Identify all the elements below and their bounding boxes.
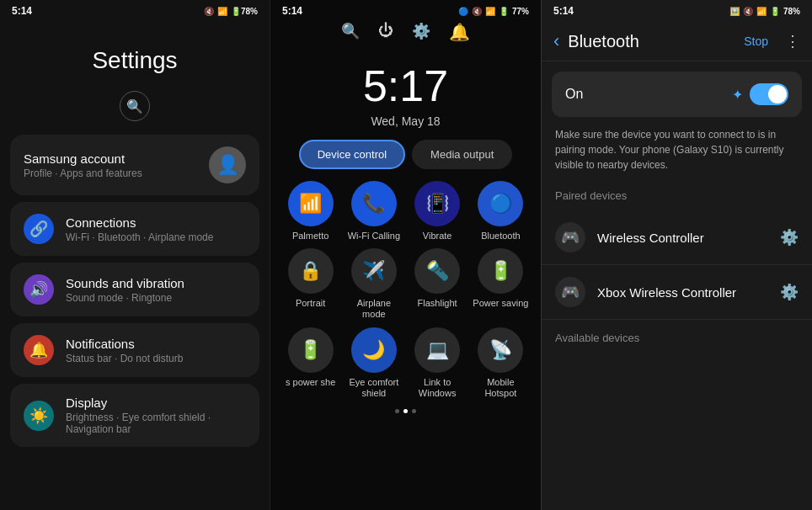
display-subtitle: Brightness · Eye comfort shield · Naviga… bbox=[66, 412, 246, 435]
settings-status-icons: 🔇 📶 🔋78% bbox=[204, 7, 258, 16]
controller-icon: 🎮 bbox=[555, 222, 585, 252]
sounds-subtitle: Sound mode · Ringtone bbox=[66, 292, 184, 304]
bt-time: 5:14 bbox=[553, 5, 574, 17]
bt-on-row: On ✦ bbox=[552, 72, 802, 117]
quick-settings-panel: 5:14 🔵 🔇 📶 🔋 77% 🔍 ⏻ ⚙️ 🔔 5:17 Wed, May … bbox=[270, 0, 541, 510]
settings-time: 5:14 bbox=[12, 5, 32, 17]
back-button[interactable]: ‹ bbox=[553, 30, 559, 52]
wireless-controller-name: Wireless Controller bbox=[597, 231, 780, 245]
search-button[interactable]: 🔍 bbox=[120, 91, 150, 121]
stop-button[interactable]: Stop bbox=[744, 35, 768, 48]
settings-title: Settings bbox=[0, 22, 270, 91]
qs-status-icons: 🔵 🔇 📶 🔋 77% bbox=[458, 7, 529, 16]
qs-tile-power-saving[interactable]: 🔋 Power saving bbox=[473, 248, 529, 320]
notifications-icon: 🔔 bbox=[24, 335, 54, 365]
qs-battery-icon: 🔋 bbox=[499, 7, 509, 16]
settings-panel: 5:14 🔇 📶 🔋78% Settings 🔍 Samsung account… bbox=[0, 0, 270, 510]
account-title: Samsung account bbox=[24, 151, 142, 166]
qs-settings-icon[interactable]: ⚙️ bbox=[412, 22, 430, 42]
battery-saver-icon: 🔋 bbox=[288, 327, 334, 373]
wifi-calling-label: Wi-Fi Calling bbox=[348, 231, 400, 242]
bluetooth-toggle[interactable] bbox=[750, 83, 788, 105]
portrait-icon: 🔒 bbox=[288, 248, 334, 294]
dot-2 bbox=[403, 409, 408, 413]
bluetooth-icon: 🔵 bbox=[478, 181, 523, 226]
bt-info-text: Make sure the device you want to connect… bbox=[542, 127, 812, 184]
account-subtitle: Profile · Apps and features bbox=[24, 167, 142, 179]
display-icon: ☀️ bbox=[24, 401, 54, 431]
bt-status-icons: 🖼️ 🔇 📶 🔋 78% bbox=[729, 7, 800, 16]
eye-comfort-icon: 🌙 bbox=[351, 327, 397, 373]
link-windows-label: Link to Windows bbox=[409, 377, 466, 399]
qs-tile-airplane[interactable]: ✈️ Airplane mode bbox=[345, 248, 402, 320]
portrait-label: Portrait bbox=[296, 298, 325, 309]
signal-icon: 📶 bbox=[217, 7, 227, 16]
qs-tile-bluetooth[interactable]: 🔵 Bluetooth bbox=[473, 181, 529, 242]
qs-tile-link-windows[interactable]: 💻 Link to Windows bbox=[409, 327, 466, 399]
notifications-label: Notifications bbox=[66, 337, 183, 351]
airplane-icon: ✈️ bbox=[351, 248, 397, 294]
settings-item-display[interactable]: ☀️ Display Brightness · Eye comfort shie… bbox=[10, 384, 259, 447]
palmetto-label: Palmetto bbox=[292, 231, 329, 242]
settings-item-connections[interactable]: 🔗 Connections Wi-Fi · Bluetooth · Airpla… bbox=[10, 202, 259, 256]
qs-tile-flashlight[interactable]: 🔦 Flashlight bbox=[409, 248, 466, 320]
qs-signal-icon: 📶 bbox=[485, 7, 495, 16]
qs-power-icon[interactable]: ⏻ bbox=[378, 22, 393, 42]
tab-device-control[interactable]: Device control bbox=[299, 140, 405, 169]
wireless-controller-settings[interactable]: ⚙️ bbox=[780, 228, 799, 247]
qs-search-icon[interactable]: 🔍 bbox=[341, 22, 360, 42]
vibrate-label: Vibrate bbox=[423, 231, 452, 242]
settings-item-sounds[interactable]: 🔊 Sounds and vibration Sound mode · Ring… bbox=[10, 263, 259, 316]
bt-title: Bluetooth bbox=[568, 32, 735, 51]
settings-item-notifications[interactable]: 🔔 Notifications Status bar · Do not dist… bbox=[10, 323, 259, 377]
toggle-knob bbox=[768, 85, 787, 104]
search-row: 🔍 bbox=[0, 91, 270, 121]
bt-battery-pct: 78% bbox=[783, 7, 800, 16]
qs-tile-battery-saver[interactable]: 🔋 s power she bbox=[282, 327, 339, 399]
dot-3 bbox=[412, 409, 416, 413]
sounds-icon: 🔊 bbox=[24, 274, 54, 305]
device-row-wireless-controller[interactable]: 🎮 Wireless Controller ⚙️ bbox=[542, 210, 812, 265]
samsung-account-card[interactable]: Samsung account Profile · Apps and featu… bbox=[10, 135, 259, 195]
more-button[interactable]: ⋮ bbox=[785, 32, 800, 50]
qs-mute-icon: 🔇 bbox=[472, 7, 482, 16]
qs-tabs: Device control Media output bbox=[270, 140, 541, 169]
dot-1 bbox=[395, 409, 399, 413]
bluetooth-label: Bluetooth bbox=[481, 231, 520, 242]
qs-tile-eye-comfort[interactable]: 🌙 Eye comfort shield bbox=[345, 327, 402, 399]
xbox-controller-settings[interactable]: ⚙️ bbox=[780, 283, 799, 301]
qs-notifications-icon[interactable]: 🔔 bbox=[449, 22, 470, 42]
vibrate-icon: 📳 bbox=[414, 181, 460, 226]
battery-icon: 🔋78% bbox=[231, 7, 258, 16]
flashlight-icon: 🔦 bbox=[414, 248, 460, 294]
bt-battery-icon: 🔋 bbox=[770, 7, 780, 16]
qs-time: 5:14 bbox=[282, 5, 302, 17]
mobile-hotspot-label: Mobile Hotspot bbox=[473, 377, 529, 399]
qs-tile-vibrate[interactable]: 📳 Vibrate bbox=[409, 181, 466, 242]
qs-top-icons: 🔍 ⏻ ⚙️ 🔔 bbox=[270, 22, 541, 42]
device-row-xbox-controller[interactable]: 🎮 Xbox Wireless Controller ⚙️ bbox=[542, 265, 812, 320]
wifi-calling-icon: 📞 bbox=[351, 181, 397, 226]
eye-comfort-label: Eye comfort shield bbox=[345, 377, 402, 399]
available-devices-label: Available devices bbox=[542, 320, 812, 351]
qs-status-bar: 5:14 🔵 🔇 📶 🔋 77% bbox=[270, 0, 541, 22]
settings-list: Samsung account Profile · Apps and featu… bbox=[0, 135, 270, 510]
link-windows-icon: 💻 bbox=[414, 327, 460, 373]
qs-date: Wed, May 18 bbox=[270, 114, 541, 128]
qs-tile-mobile-hotspot[interactable]: 📡 Mobile Hotspot bbox=[473, 327, 529, 399]
qs-bt-icon: 🔵 bbox=[458, 7, 468, 16]
qs-tile-palmetto[interactable]: 📶 Palmetto bbox=[282, 181, 339, 242]
qs-tile-wifi-calling[interactable]: 📞 Wi-Fi Calling bbox=[345, 181, 402, 242]
power-saving-icon: 🔋 bbox=[478, 248, 523, 294]
bt-on-label: On bbox=[565, 87, 583, 102]
qs-tile-portrait[interactable]: 🔒 Portrait bbox=[282, 248, 339, 320]
sounds-label: Sounds and vibration bbox=[66, 276, 184, 290]
airplane-label: Airplane mode bbox=[345, 298, 402, 320]
bt-gallery-icon: 🖼️ bbox=[729, 7, 740, 16]
tab-media-output[interactable]: Media output bbox=[412, 140, 512, 169]
qs-battery-pct: 77% bbox=[512, 7, 529, 16]
mute-icon: 🔇 bbox=[204, 7, 214, 16]
battery-saver-label: s power she bbox=[286, 377, 335, 388]
bt-toggle-area: ✦ bbox=[732, 83, 788, 105]
connections-icon: 🔗 bbox=[24, 214, 54, 244]
